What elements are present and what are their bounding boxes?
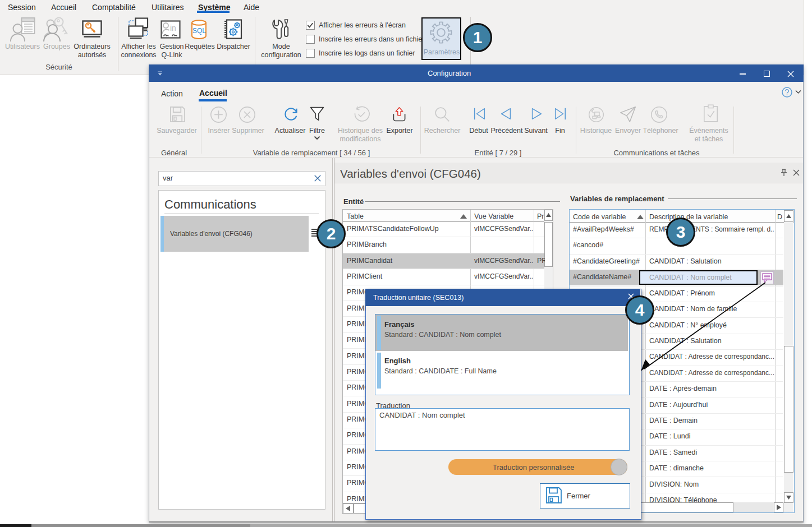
svg-text:SQL: SQL	[192, 27, 206, 35]
svg-text:in: in	[170, 24, 176, 33]
